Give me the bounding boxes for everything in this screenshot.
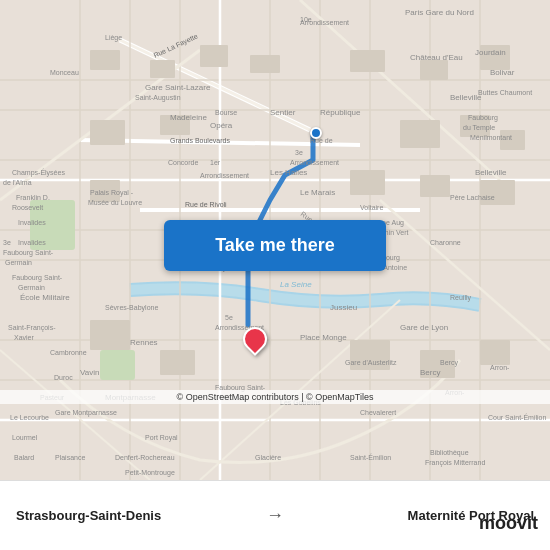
- svg-text:Arrondissement: Arrondissement: [290, 159, 339, 166]
- bottom-navigation-bar: Strasbourg-Saint-Denis → Maternité Port …: [0, 480, 550, 550]
- svg-text:Musée du Louvre: Musée du Louvre: [88, 199, 142, 206]
- svg-rect-35: [420, 175, 450, 197]
- svg-text:Cambronne: Cambronne: [50, 349, 87, 356]
- svg-text:Faubourg Saint-: Faubourg Saint-: [12, 274, 63, 282]
- svg-text:Grands Boulevards: Grands Boulevards: [170, 137, 230, 144]
- svg-text:Bolivar: Bolivar: [490, 68, 515, 77]
- svg-text:Gare d'Austerlitz: Gare d'Austerlitz: [345, 359, 397, 366]
- svg-text:Germain: Germain: [18, 284, 45, 291]
- svg-text:Port Royal: Port Royal: [145, 434, 178, 442]
- svg-text:Arron-: Arron-: [490, 364, 510, 371]
- take-me-there-button[interactable]: Take me there: [164, 220, 386, 271]
- svg-text:Sentier: Sentier: [270, 108, 296, 117]
- svg-text:Bercy: Bercy: [420, 368, 440, 377]
- svg-rect-21: [90, 50, 120, 70]
- moovit-logo-text: moovit: [479, 513, 538, 533]
- svg-text:Saint-François-: Saint-François-: [8, 324, 56, 332]
- svg-text:Place Monge: Place Monge: [300, 333, 347, 342]
- svg-text:Belleville: Belleville: [475, 168, 507, 177]
- svg-text:Cour Saint-Émilion: Cour Saint-Émilion: [488, 413, 546, 421]
- svg-text:Jourdain: Jourdain: [475, 48, 506, 57]
- svg-text:Père Lachaise: Père Lachaise: [450, 194, 495, 201]
- svg-text:Duroc: Duroc: [54, 374, 73, 381]
- map-container: Rue La Fayette Grands Boulevards Rue de …: [0, 0, 550, 480]
- svg-text:du Temple: du Temple: [463, 124, 495, 132]
- svg-rect-34: [350, 170, 385, 195]
- svg-text:Saint-Émilion: Saint-Émilion: [350, 453, 391, 461]
- svg-text:3e: 3e: [3, 239, 11, 246]
- moovit-logo: moovit: [479, 513, 538, 534]
- svg-text:Ménilmontant: Ménilmontant: [470, 134, 512, 141]
- svg-text:La Seine: La Seine: [280, 280, 312, 289]
- svg-text:Bibliothèque: Bibliothèque: [430, 449, 469, 457]
- svg-text:Vavin: Vavin: [80, 368, 99, 377]
- svg-text:Bercy: Bercy: [440, 359, 458, 367]
- svg-text:Arrondissement: Arrondissement: [200, 172, 249, 179]
- svg-text:Concorde: Concorde: [168, 159, 198, 166]
- svg-text:Madeleine: Madeleine: [170, 113, 207, 122]
- svg-text:République: République: [320, 108, 361, 117]
- svg-text:Gare de Lyon: Gare de Lyon: [400, 323, 448, 332]
- svg-text:3e: 3e: [295, 149, 303, 156]
- svg-rect-41: [480, 340, 510, 365]
- svg-text:Sèvres-Babylone: Sèvres-Babylone: [105, 304, 158, 312]
- svg-rect-36: [480, 180, 515, 205]
- svg-text:Buttes Chaumont: Buttes Chaumont: [478, 89, 532, 96]
- svg-text:Jussieu: Jussieu: [330, 303, 357, 312]
- svg-text:Les Halles: Les Halles: [270, 168, 307, 177]
- svg-rect-22: [150, 60, 175, 78]
- svg-text:Germain: Germain: [5, 259, 32, 266]
- svg-text:Roosevelt: Roosevelt: [12, 204, 43, 211]
- svg-rect-20: [100, 350, 135, 380]
- svg-text:Bourse: Bourse: [215, 109, 237, 116]
- svg-text:Paris Gare du Nord: Paris Gare du Nord: [405, 8, 474, 17]
- svg-rect-28: [90, 120, 125, 145]
- svg-text:Gare Montparnasse: Gare Montparnasse: [55, 409, 117, 417]
- svg-rect-24: [250, 55, 280, 73]
- svg-rect-37: [90, 320, 130, 350]
- svg-text:Château d'Eau: Château d'Eau: [410, 53, 463, 62]
- svg-text:Faubourg Saint-: Faubourg Saint-: [3, 249, 54, 257]
- svg-text:Monceau: Monceau: [50, 69, 79, 76]
- svg-rect-23: [200, 45, 228, 67]
- svg-text:Charonne: Charonne: [430, 239, 461, 246]
- svg-text:École Militaire: École Militaire: [20, 293, 70, 302]
- svg-text:5e: 5e: [225, 314, 233, 321]
- svg-text:Gare Saint-Lazare: Gare Saint-Lazare: [145, 83, 211, 92]
- svg-rect-38: [160, 350, 195, 375]
- svg-text:Voltaire: Voltaire: [360, 204, 383, 211]
- svg-text:Balard: Balard: [14, 454, 34, 461]
- svg-text:Rennes: Rennes: [130, 338, 158, 347]
- svg-text:François Mitterrand: François Mitterrand: [425, 459, 485, 467]
- route-from-label: Strasbourg-Saint-Denis: [16, 508, 256, 523]
- svg-text:Franklin D.: Franklin D.: [16, 194, 50, 201]
- svg-rect-26: [420, 60, 448, 80]
- svg-text:1er: 1er: [210, 159, 221, 166]
- route-arrow-icon: →: [266, 505, 284, 526]
- svg-text:Denfert-Rochereau: Denfert-Rochereau: [115, 454, 175, 461]
- svg-text:Champs-Élysées: Champs-Élysées: [12, 168, 65, 177]
- svg-text:Lourmel: Lourmel: [12, 434, 38, 441]
- svg-rect-30: [400, 120, 440, 148]
- svg-text:Rue de Rivoli: Rue de Rivoli: [185, 201, 227, 208]
- svg-text:Glacière: Glacière: [255, 454, 281, 461]
- svg-rect-25: [350, 50, 385, 72]
- svg-text:Saint-Augustin: Saint-Augustin: [135, 94, 181, 102]
- svg-text:Le Marais: Le Marais: [300, 188, 335, 197]
- svg-text:Liège: Liège: [105, 34, 122, 42]
- svg-text:Le Lecourbe: Le Lecourbe: [10, 414, 49, 421]
- svg-text:Faubourg: Faubourg: [468, 114, 498, 122]
- svg-text:Arrondissement: Arrondissement: [300, 19, 349, 26]
- svg-text:Invalides: Invalides: [18, 239, 46, 246]
- svg-text:Palais Royal -: Palais Royal -: [90, 189, 134, 197]
- svg-text:Petit-Montrouge: Petit-Montrouge: [125, 469, 175, 477]
- map-attribution: © OpenStreetMap contributors | © OpenMap…: [0, 390, 550, 404]
- svg-text:Plaisance: Plaisance: [55, 454, 85, 461]
- svg-text:de l'Alma: de l'Alma: [3, 179, 32, 186]
- svg-text:Opéra: Opéra: [210, 121, 233, 130]
- svg-text:Reuilly: Reuilly: [450, 294, 472, 302]
- svg-text:Chevalerert: Chevalerert: [360, 409, 396, 416]
- svg-text:Invalides: Invalides: [18, 219, 46, 226]
- svg-text:Xavier: Xavier: [14, 334, 35, 341]
- start-marker: [310, 127, 322, 139]
